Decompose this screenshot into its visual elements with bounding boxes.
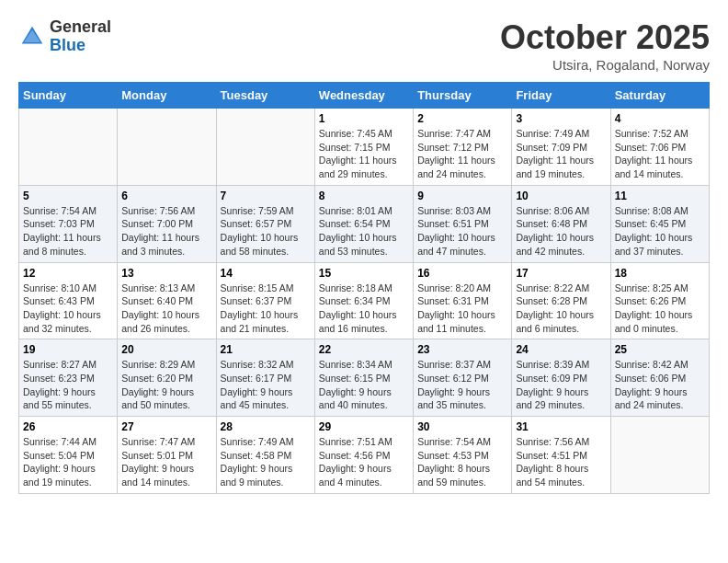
calendar-cell	[610, 417, 709, 494]
day-number: 1	[319, 112, 409, 125]
logo-blue-text: Blue	[50, 37, 111, 55]
day-info: Sunrise: 7:51 AM Sunset: 4:56 PM Dayligh…	[319, 435, 409, 489]
calendar-cell: 13Sunrise: 8:13 AM Sunset: 6:40 PM Dayli…	[118, 262, 216, 339]
day-number: 16	[417, 267, 507, 280]
calendar-cell: 18Sunrise: 8:25 AM Sunset: 6:26 PM Dayli…	[610, 262, 709, 339]
calendar-table: SundayMondayTuesdayWednesdayThursdayFrid…	[18, 82, 710, 494]
day-info: Sunrise: 8:01 AM Sunset: 6:54 PM Dayligh…	[319, 204, 409, 259]
day-number: 17	[516, 267, 606, 280]
calendar-week-row: 26Sunrise: 7:44 AM Sunset: 5:04 PM Dayli…	[19, 417, 710, 494]
day-info: Sunrise: 7:44 AM Sunset: 5:04 PM Dayligh…	[23, 435, 113, 489]
day-info: Sunrise: 7:54 AM Sunset: 4:53 PM Dayligh…	[417, 435, 507, 489]
day-info: Sunrise: 7:49 AM Sunset: 4:58 PM Dayligh…	[221, 435, 311, 489]
day-number: 21	[221, 343, 311, 356]
day-of-week-header: Sunday	[19, 83, 118, 109]
calendar-header-row: SundayMondayTuesdayWednesdayThursdayFrid…	[19, 83, 710, 109]
calendar-cell: 9Sunrise: 8:03 AM Sunset: 6:51 PM Daylig…	[414, 185, 512, 262]
calendar-cell: 28Sunrise: 7:49 AM Sunset: 4:58 PM Dayli…	[216, 417, 314, 494]
day-number: 6	[121, 190, 211, 202]
day-info: Sunrise: 8:27 AM Sunset: 6:23 PM Dayligh…	[23, 358, 113, 412]
calendar-cell: 1Sunrise: 7:45 AM Sunset: 7:15 PM Daylig…	[314, 109, 413, 186]
day-info: Sunrise: 7:49 AM Sunset: 7:09 PM Dayligh…	[516, 127, 606, 181]
day-number: 11	[615, 190, 705, 202]
day-info: Sunrise: 8:39 AM Sunset: 6:09 PM Dayligh…	[516, 358, 606, 412]
month-title: October 2025	[500, 18, 710, 57]
calendar-cell: 10Sunrise: 8:06 AM Sunset: 6:48 PM Dayli…	[512, 185, 610, 262]
day-number: 18	[615, 267, 705, 280]
calendar-week-row: 19Sunrise: 8:27 AM Sunset: 6:23 PM Dayli…	[19, 339, 710, 417]
calendar-cell: 23Sunrise: 8:37 AM Sunset: 6:12 PM Dayli…	[414, 339, 512, 417]
day-number: 10	[516, 190, 606, 202]
logo-text: General Blue	[50, 18, 111, 55]
calendar-cell: 3Sunrise: 7:49 AM Sunset: 7:09 PM Daylig…	[512, 109, 610, 186]
calendar-cell: 17Sunrise: 8:22 AM Sunset: 6:28 PM Dayli…	[512, 262, 610, 339]
day-info: Sunrise: 8:06 AM Sunset: 6:48 PM Dayligh…	[516, 204, 606, 259]
calendar-cell: 16Sunrise: 8:20 AM Sunset: 6:31 PM Dayli…	[414, 262, 512, 339]
day-info: Sunrise: 8:18 AM Sunset: 6:34 PM Dayligh…	[319, 282, 409, 336]
day-info: Sunrise: 7:54 AM Sunset: 7:03 PM Dayligh…	[23, 204, 113, 259]
day-info: Sunrise: 7:59 AM Sunset: 6:57 PM Dayligh…	[221, 204, 311, 259]
day-of-week-header: Thursday	[414, 83, 512, 109]
day-number: 13	[121, 267, 211, 280]
day-number: 15	[319, 267, 409, 280]
calendar-cell: 24Sunrise: 8:39 AM Sunset: 6:09 PM Dayli…	[512, 339, 610, 417]
calendar-cell: 22Sunrise: 8:34 AM Sunset: 6:15 PM Dayli…	[314, 339, 413, 417]
calendar-cell: 25Sunrise: 8:42 AM Sunset: 6:06 PM Dayli…	[610, 339, 709, 417]
day-info: Sunrise: 7:56 AM Sunset: 7:00 PM Dayligh…	[121, 204, 211, 259]
day-of-week-header: Friday	[512, 83, 610, 109]
calendar-cell: 31Sunrise: 7:56 AM Sunset: 4:51 PM Dayli…	[512, 417, 610, 494]
logo-general-text: General	[50, 18, 111, 37]
day-number: 19	[23, 343, 113, 356]
calendar-cell: 19Sunrise: 8:27 AM Sunset: 6:23 PM Dayli…	[19, 339, 118, 417]
title-block: October 2025 Utsira, Rogaland, Norway	[500, 18, 710, 73]
day-number: 7	[221, 190, 311, 202]
calendar-week-row: 12Sunrise: 8:10 AM Sunset: 6:43 PM Dayli…	[19, 262, 710, 339]
calendar-week-row: 1Sunrise: 7:45 AM Sunset: 7:15 PM Daylig…	[19, 109, 710, 186]
day-info: Sunrise: 8:42 AM Sunset: 6:06 PM Dayligh…	[615, 358, 705, 412]
logo: General Blue	[18, 18, 111, 55]
day-number: 9	[417, 190, 507, 202]
calendar-cell: 14Sunrise: 8:15 AM Sunset: 6:37 PM Dayli…	[216, 262, 314, 339]
day-number: 25	[615, 343, 705, 356]
calendar-cell: 15Sunrise: 8:18 AM Sunset: 6:34 PM Dayli…	[314, 262, 413, 339]
calendar-cell: 2Sunrise: 7:47 AM Sunset: 7:12 PM Daylig…	[414, 109, 512, 186]
day-info: Sunrise: 7:45 AM Sunset: 7:15 PM Dayligh…	[319, 127, 409, 181]
day-number: 3	[516, 112, 606, 125]
day-info: Sunrise: 8:03 AM Sunset: 6:51 PM Dayligh…	[417, 204, 507, 259]
day-info: Sunrise: 8:37 AM Sunset: 6:12 PM Dayligh…	[417, 358, 507, 412]
day-number: 8	[319, 190, 409, 202]
day-number: 12	[23, 267, 113, 280]
day-info: Sunrise: 8:22 AM Sunset: 6:28 PM Dayligh…	[516, 282, 606, 336]
calendar-cell: 27Sunrise: 7:47 AM Sunset: 5:01 PM Dayli…	[118, 417, 216, 494]
location-text: Utsira, Rogaland, Norway	[500, 57, 710, 73]
day-of-week-header: Monday	[118, 83, 216, 109]
day-info: Sunrise: 8:29 AM Sunset: 6:20 PM Dayligh…	[121, 358, 211, 412]
day-info: Sunrise: 8:20 AM Sunset: 6:31 PM Dayligh…	[417, 282, 507, 336]
day-info: Sunrise: 8:13 AM Sunset: 6:40 PM Dayligh…	[121, 282, 211, 336]
day-number: 22	[319, 343, 409, 356]
calendar-cell	[216, 109, 314, 186]
day-number: 14	[221, 267, 311, 280]
day-number: 31	[516, 420, 606, 433]
day-info: Sunrise: 7:47 AM Sunset: 5:01 PM Dayligh…	[121, 435, 211, 489]
day-info: Sunrise: 8:10 AM Sunset: 6:43 PM Dayligh…	[23, 282, 113, 336]
day-number: 24	[516, 343, 606, 356]
calendar-week-row: 5Sunrise: 7:54 AM Sunset: 7:03 PM Daylig…	[19, 185, 710, 262]
day-info: Sunrise: 7:52 AM Sunset: 7:06 PM Dayligh…	[615, 127, 705, 181]
day-number: 20	[121, 343, 211, 356]
day-number: 5	[23, 190, 113, 202]
calendar-cell: 30Sunrise: 7:54 AM Sunset: 4:53 PM Dayli…	[414, 417, 512, 494]
calendar-cell: 26Sunrise: 7:44 AM Sunset: 5:04 PM Dayli…	[19, 417, 118, 494]
day-info: Sunrise: 8:08 AM Sunset: 6:45 PM Dayligh…	[615, 204, 705, 259]
page-header: General Blue October 2025 Utsira, Rogala…	[18, 18, 710, 73]
calendar-cell: 20Sunrise: 8:29 AM Sunset: 6:20 PM Dayli…	[118, 339, 216, 417]
day-number: 23	[417, 343, 507, 356]
calendar-cell: 29Sunrise: 7:51 AM Sunset: 4:56 PM Dayli…	[314, 417, 413, 494]
calendar-cell: 11Sunrise: 8:08 AM Sunset: 6:45 PM Dayli…	[610, 185, 709, 262]
day-number: 28	[221, 420, 311, 433]
calendar-cell: 4Sunrise: 7:52 AM Sunset: 7:06 PM Daylig…	[610, 109, 709, 186]
day-number: 30	[417, 420, 507, 433]
day-info: Sunrise: 8:15 AM Sunset: 6:37 PM Dayligh…	[221, 282, 311, 336]
day-number: 27	[121, 420, 211, 433]
calendar-cell: 8Sunrise: 8:01 AM Sunset: 6:54 PM Daylig…	[314, 185, 413, 262]
